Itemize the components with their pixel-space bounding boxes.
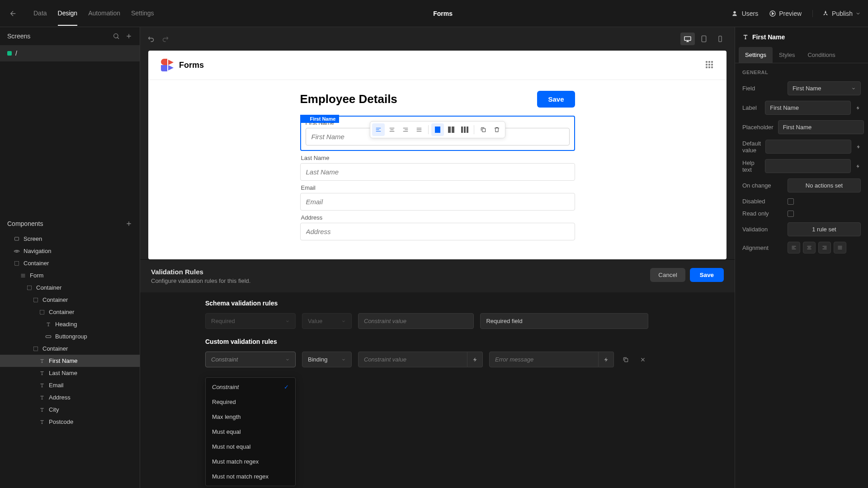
svg-rect-19: [467, 127, 468, 133]
tree-item-first-name[interactable]: First Name: [0, 355, 140, 367]
tree-item-email[interactable]: Email: [0, 379, 140, 391]
align-justify[interactable]: [834, 242, 846, 253]
tree-item-last-name[interactable]: Last Name: [0, 367, 140, 379]
cancel-button[interactable]: Cancel: [650, 268, 685, 282]
duplicate-rule-button[interactable]: [620, 354, 631, 365]
label-bolt[interactable]: [855, 101, 861, 115]
selected-field-badge: First Name: [300, 115, 340, 123]
schema-rules-title: Schema validation rules: [205, 300, 648, 307]
back-button[interactable]: [7, 8, 19, 19]
field-email[interactable]: Email: [300, 184, 575, 211]
add-screen-icon[interactable]: [125, 33, 132, 40]
align-center[interactable]: [803, 242, 816, 253]
form-save-button[interactable]: Save: [537, 91, 575, 108]
rp-tab-styles[interactable]: Styles: [773, 47, 801, 63]
undo-button[interactable]: [147, 35, 156, 43]
apps-grid-icon[interactable]: [706, 61, 714, 69]
tab-automation[interactable]: Automation: [88, 1, 120, 26]
redo-button[interactable]: [161, 35, 169, 43]
align-justify-btn[interactable]: [413, 123, 425, 136]
constraint-bolt-button[interactable]: [467, 352, 483, 367]
custom-constraint-value[interactable]: [358, 352, 467, 367]
email-input[interactable]: [300, 193, 575, 211]
label-input[interactable]: [765, 101, 851, 115]
device-desktop[interactable]: [680, 33, 695, 45]
validation-button[interactable]: 1 rule set: [788, 222, 861, 236]
field-select[interactable]: First Name: [788, 81, 861, 95]
screen-root[interactable]: /: [0, 45, 140, 61]
help-bolt[interactable]: [855, 160, 861, 173]
onchange-button[interactable]: No actions set: [788, 178, 861, 192]
align-left[interactable]: [788, 242, 800, 253]
custom-error-message[interactable]: [489, 352, 599, 367]
device-mobile[interactable]: [713, 33, 727, 45]
tree-item-buttongroup[interactable]: Buttongroup: [0, 330, 140, 343]
help-text-input[interactable]: [765, 159, 851, 173]
default-bolt[interactable]: [856, 140, 861, 154]
rp-tab-conditions[interactable]: Conditions: [801, 47, 841, 63]
tree-item-container[interactable]: Container: [0, 294, 140, 306]
tree-item-address[interactable]: Address: [0, 391, 140, 404]
col-2-btn[interactable]: [445, 123, 458, 136]
tree-item-navigation[interactable]: Navigation: [0, 245, 140, 257]
last-name-input[interactable]: [300, 163, 575, 181]
add-component-icon[interactable]: [125, 220, 132, 227]
custom-binding-select[interactable]: Binding: [302, 352, 352, 367]
default-value-input[interactable]: [765, 140, 851, 154]
svg-rect-13: [719, 36, 722, 42]
duplicate-btn[interactable]: [477, 123, 490, 136]
readonly-checkbox[interactable]: [788, 211, 794, 217]
publish-button[interactable]: Publish: [812, 10, 861, 17]
tab-design[interactable]: Design: [58, 1, 78, 26]
device-tablet[interactable]: [697, 33, 711, 45]
col-1-btn[interactable]: [431, 123, 444, 136]
text-icon: [45, 322, 52, 327]
align-left-btn[interactable]: [372, 123, 385, 136]
dropdown-option-must-equal[interactable]: Must equal: [206, 424, 295, 439]
tab-settings[interactable]: Settings: [131, 1, 154, 26]
tree-item-screen[interactable]: Screen: [0, 233, 140, 245]
tree-item-container[interactable]: Container: [0, 257, 140, 269]
tree-item-heading[interactable]: Heading: [0, 318, 140, 330]
container-icon: [26, 285, 33, 291]
align-right[interactable]: [818, 242, 831, 253]
error-bolt-button[interactable]: [599, 352, 614, 367]
tree-item-form[interactable]: Form: [0, 269, 140, 282]
rp-tab-settings[interactable]: Settings: [739, 47, 773, 63]
nav-icon: [14, 249, 20, 253]
container-icon: [14, 261, 20, 266]
components-header: Components: [0, 215, 140, 233]
field-address[interactable]: Address: [300, 214, 575, 240]
disabled-checkbox[interactable]: [788, 198, 794, 205]
tree-item-container[interactable]: Container: [0, 343, 140, 355]
tree-item-container[interactable]: Container: [0, 282, 140, 294]
address-input[interactable]: [300, 223, 575, 240]
remove-rule-button[interactable]: [637, 354, 648, 365]
dropdown-option-required[interactable]: Required: [206, 394, 295, 409]
svg-rect-10: [34, 347, 38, 351]
field-last-name[interactable]: Last Name: [300, 155, 575, 181]
delete-btn[interactable]: [491, 123, 503, 136]
users-button[interactable]: Users: [732, 10, 759, 17]
tab-data[interactable]: Data: [33, 1, 47, 26]
align-center-btn[interactable]: [386, 123, 398, 136]
dropdown-option-must-not-match-regex[interactable]: Must not match regex: [206, 469, 295, 484]
dropdown-option-max-length[interactable]: Max length: [206, 409, 295, 424]
svg-rect-18: [464, 127, 466, 133]
align-right-btn[interactable]: [399, 123, 412, 136]
custom-constraint-select[interactable]: Constraint: [205, 352, 296, 367]
dropdown-option-constraint[interactable]: Constraint: [206, 380, 295, 394]
schema-rule-row: Required Value: [205, 313, 648, 329]
rp-element-header: First Name: [735, 27, 868, 47]
dropdown-option-must-not-equal[interactable]: Must not equal: [206, 439, 295, 454]
col-3-btn[interactable]: [458, 123, 471, 136]
preview-button[interactable]: Preview: [769, 10, 802, 17]
tree-item-city[interactable]: City: [0, 404, 140, 416]
tree-item-container[interactable]: Container: [0, 306, 140, 318]
placeholder-input[interactable]: [778, 120, 864, 134]
schema-constraint-value: [358, 313, 474, 329]
dropdown-option-must-match-regex[interactable]: Must match regex: [206, 454, 295, 469]
tree-item-postcode[interactable]: Postcode: [0, 416, 140, 428]
save-button[interactable]: Save: [690, 268, 724, 282]
search-icon[interactable]: [113, 33, 120, 40]
